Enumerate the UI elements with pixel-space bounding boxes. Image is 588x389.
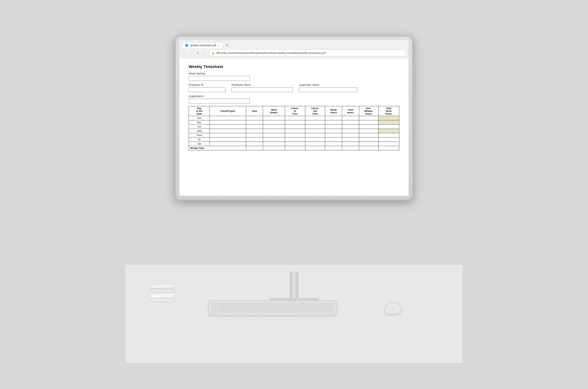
client-fri[interactable] <box>210 138 246 142</box>
employee-name-input[interactable] <box>232 87 293 92</box>
work-det-sun[interactable] <box>263 116 285 120</box>
break-sat[interactable] <box>325 142 342 146</box>
book <box>150 289 175 293</box>
work-det-mon[interactable] <box>263 120 285 125</box>
checkout-fri[interactable] <box>305 138 325 142</box>
week-starting-input[interactable] <box>189 76 250 81</box>
total-h-thurs[interactable] <box>342 133 359 138</box>
break-fri[interactable] <box>325 138 342 142</box>
total-break <box>325 146 342 150</box>
break-wed[interactable] <box>325 129 342 133</box>
work-det-tue[interactable] <box>263 125 285 129</box>
refresh-button[interactable]: ↻ <box>195 51 200 55</box>
total-checkin <box>285 146 305 150</box>
table-row: Wed <box>189 129 399 133</box>
client-tue[interactable] <box>210 125 246 129</box>
employee-name-label: Employee Name: <box>232 83 293 86</box>
day-fri: Fri <box>189 138 210 142</box>
total-work-sat[interactable] <box>378 142 399 146</box>
non-bill-thurs[interactable] <box>359 133 378 138</box>
books-stack <box>150 284 175 302</box>
total-work-wed[interactable] <box>378 129 399 133</box>
home-button[interactable]: ⌂ <box>202 51 207 55</box>
checkin-wed[interactable] <box>285 129 305 133</box>
forward-button[interactable]: → <box>189 51 194 55</box>
checkin-sun[interactable] <box>285 116 305 120</box>
task-fri[interactable] <box>246 138 263 142</box>
task-mon[interactable] <box>246 120 263 125</box>
total-h-tue[interactable] <box>342 125 359 129</box>
new-tab-button[interactable]: + <box>224 42 230 48</box>
browser-tab[interactable]: weekly-timesheet.pdf × <box>182 42 223 48</box>
non-bill-sun[interactable] <box>359 116 378 120</box>
checkin-mon[interactable] <box>285 120 305 125</box>
supervisor-name-input[interactable] <box>299 87 357 92</box>
weekly-total-row: Weekly Total <box>189 146 399 150</box>
employee-name-group: Employee Name: <box>232 83 293 92</box>
total-work-mon[interactable] <box>378 120 399 125</box>
total-work-thurs[interactable] <box>378 133 399 138</box>
organization-input[interactable] <box>189 99 250 104</box>
non-bill-tue[interactable] <box>359 125 378 129</box>
day-sat: Sat <box>189 142 210 146</box>
total-h-fri[interactable] <box>342 138 359 142</box>
client-sun[interactable] <box>210 116 246 120</box>
table-row: Sat <box>189 142 399 146</box>
work-det-fri[interactable] <box>263 138 285 142</box>
total-work-sum <box>378 146 399 150</box>
header-task: Task <box>246 106 263 116</box>
address-text: officeclip.com/web/timesheet/templates/t… <box>216 51 326 55</box>
break-thurs[interactable] <box>325 133 342 138</box>
book <box>150 298 175 302</box>
day-sun: Sun <box>189 116 210 120</box>
task-tue[interactable] <box>246 125 263 129</box>
break-mon[interactable] <box>325 120 342 125</box>
total-h-sat[interactable] <box>342 142 359 146</box>
task-sun[interactable] <box>246 116 263 120</box>
checkout-mon[interactable] <box>305 120 325 125</box>
checkin-tue[interactable] <box>285 125 305 129</box>
checkout-sat[interactable] <box>305 142 325 146</box>
non-bill-wed[interactable] <box>359 129 378 133</box>
employee-labels: Employee Id: Employee Name: Supervisor N… <box>189 83 399 92</box>
total-work-sun[interactable] <box>378 116 399 120</box>
back-button[interactable]: ← <box>182 51 187 55</box>
work-det-sat[interactable] <box>263 142 285 146</box>
checkout-wed[interactable] <box>305 129 325 133</box>
break-sun[interactable] <box>325 116 342 120</box>
task-wed[interactable] <box>246 129 263 133</box>
break-tue[interactable] <box>325 125 342 129</box>
work-det-wed[interactable] <box>263 129 285 133</box>
tab-close-button[interactable]: × <box>218 44 220 47</box>
total-work-fri[interactable] <box>378 138 399 142</box>
total-work-tue[interactable] <box>378 125 399 129</box>
task-thurs[interactable] <box>246 133 263 138</box>
checkout-thurs[interactable] <box>305 133 325 138</box>
work-det-thurs[interactable] <box>263 133 285 138</box>
employee-id-input[interactable] <box>189 87 225 92</box>
address-bar[interactable]: 🔒 officeclip.com/web/timesheet/templates… <box>209 50 406 56</box>
checkin-thurs[interactable] <box>285 133 305 138</box>
supervisor-name-group: Supervisor Name: <box>299 83 357 92</box>
client-wed[interactable] <box>210 129 246 133</box>
non-bill-sat[interactable] <box>359 142 378 146</box>
header-checkout: Check-OutTime <box>305 106 325 116</box>
total-checkout <box>305 146 325 150</box>
table-row: Tue <box>189 125 399 129</box>
day-tue: Tue <box>189 125 210 129</box>
non-bill-mon[interactable] <box>359 120 378 125</box>
checkin-sat[interactable] <box>285 142 305 146</box>
non-bill-fri[interactable] <box>359 138 378 142</box>
checkout-sun[interactable] <box>305 116 325 120</box>
client-sat[interactable] <box>210 142 246 146</box>
client-thurs[interactable] <box>210 133 246 138</box>
total-h-sun[interactable] <box>342 116 359 120</box>
task-sat[interactable] <box>246 142 263 146</box>
keyboard <box>208 300 337 315</box>
checkout-tue[interactable] <box>305 125 325 129</box>
checkin-fri[interactable] <box>285 138 305 142</box>
total-h-mon[interactable] <box>342 120 359 125</box>
total-h-wed[interactable] <box>342 129 359 133</box>
client-mon[interactable] <box>210 120 246 125</box>
organization-section: Organization: <box>189 95 399 104</box>
